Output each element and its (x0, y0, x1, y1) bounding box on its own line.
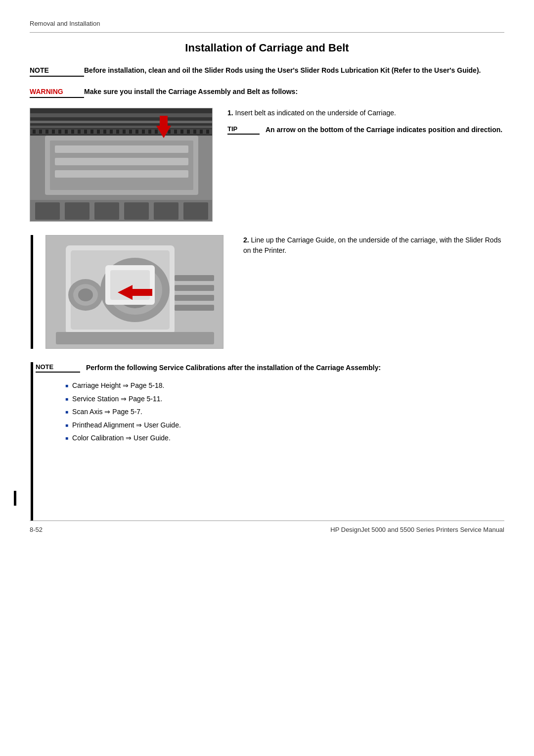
svg-rect-9 (52, 130, 55, 134)
svg-rect-17 (103, 130, 106, 134)
image2 (45, 235, 223, 349)
svg-rect-38 (55, 170, 188, 178)
svg-rect-42 (35, 202, 60, 220)
svg-point-58 (78, 288, 93, 301)
svg-rect-10 (58, 130, 61, 134)
svg-rect-24 (148, 130, 151, 134)
svg-rect-7 (39, 130, 42, 134)
left-bars-container (30, 362, 34, 520)
note-label-1: NOTE (30, 66, 84, 77)
note2-label: NOTE (36, 363, 80, 373)
page-title: Installation of Carriage and Belt (30, 42, 504, 54)
bullet-item-2: Service Station ⇒ Page 5-11. (65, 393, 504, 404)
section-step1: 1. Insert belt as indicated on the under… (30, 108, 504, 223)
svg-rect-37 (55, 158, 188, 165)
warning-block: WARNING Make sure you install the Carria… (30, 87, 504, 98)
bottom-section: NOTE Perform the following Service Calib… (30, 362, 504, 520)
footer: 8-52 HP DesignJet 5000 and 5500 Series P… (30, 526, 504, 533)
svg-rect-5 (30, 129, 213, 134)
svg-rect-18 (110, 130, 113, 134)
svg-rect-4 (30, 126, 213, 128)
left-bar-3 (14, 491, 16, 506)
note-block-1: NOTE Before installation, clean and oil … (30, 65, 504, 77)
svg-rect-62 (133, 289, 152, 296)
svg-rect-45 (124, 202, 149, 220)
svg-rect-31 (193, 130, 196, 134)
svg-rect-3 (30, 121, 213, 123)
left-bar-1 (31, 235, 33, 349)
image2-container (45, 235, 223, 349)
svg-rect-21 (129, 130, 132, 134)
image-col-1 (30, 108, 218, 223)
step1-content: 1. Insert belt as indicated on the under… (227, 108, 504, 223)
bullet-item-5: Color Calibration ⇒ User Guide. (65, 432, 504, 443)
svg-rect-20 (123, 130, 126, 134)
tip-content: An arrow on the bottom of the Carriage i… (266, 124, 504, 135)
breadcrumb: Removal and Installation (30, 20, 504, 27)
footer-rule (30, 520, 504, 521)
footer-page-num: 8-52 (30, 526, 43, 533)
warning-label: WARNING (30, 88, 84, 98)
svg-rect-29 (180, 130, 183, 134)
top-rule (30, 32, 504, 33)
svg-rect-6 (33, 130, 36, 134)
step2-num: 2. (243, 236, 249, 244)
svg-rect-65 (175, 295, 214, 301)
step1-num: 1. (227, 109, 233, 117)
svg-rect-11 (65, 130, 68, 134)
image1-container (30, 108, 213, 222)
note2-content: Perform the following Service Calibratio… (86, 362, 504, 373)
svg-rect-33 (206, 130, 209, 134)
page: Removal and Installation Installation of… (0, 0, 534, 756)
calibration-list: Carriage Height ⇒ Page 5-18. Service Sta… (65, 380, 504, 443)
bullet-item-4: Printhead Alignment ⇒ User Guide. (65, 420, 504, 430)
svg-rect-66 (175, 305, 214, 311)
section-step2: 2. Line up the Carriage Guide, on the un… (30, 235, 504, 350)
svg-rect-16 (97, 130, 100, 134)
svg-rect-25 (155, 130, 158, 134)
note2-block: NOTE Perform the following Service Calib… (36, 362, 504, 373)
note-content-1: Before installation, clean and oil the S… (84, 65, 504, 76)
step2-content: 2. Line up the Carriage Guide, on the un… (243, 235, 504, 261)
left-bar-2 (31, 362, 33, 520)
svg-rect-23 (142, 130, 145, 134)
svg-rect-22 (135, 130, 138, 134)
svg-rect-47 (183, 202, 208, 220)
tip-block: TIP An arrow on the bottom of the Carria… (227, 124, 504, 135)
svg-rect-14 (84, 130, 87, 134)
svg-rect-28 (174, 130, 177, 134)
tip-label: TIP (227, 125, 260, 135)
svg-rect-8 (45, 130, 48, 134)
bullet-item-1: Carriage Height ⇒ Page 5-18. (65, 380, 504, 391)
svg-rect-15 (90, 130, 93, 134)
svg-rect-12 (71, 130, 74, 134)
svg-rect-40 (160, 116, 168, 127)
footer-manual-name: HP DesignJet 5000 and 5500 Series Printe… (330, 526, 504, 533)
svg-rect-13 (78, 130, 81, 134)
svg-rect-67 (56, 332, 214, 344)
step2-text: 2. Line up the Carriage Guide, on the un… (243, 235, 504, 256)
svg-rect-2 (30, 113, 213, 117)
image1 (30, 108, 213, 222)
svg-rect-63 (175, 275, 214, 281)
svg-rect-43 (65, 202, 89, 220)
svg-rect-46 (154, 202, 178, 220)
svg-rect-19 (116, 130, 119, 134)
svg-rect-64 (175, 285, 214, 291)
image-col-2 (45, 235, 233, 350)
svg-rect-36 (55, 145, 188, 153)
bottom-right-content: NOTE Perform the following Service Calib… (36, 362, 504, 520)
svg-rect-32 (200, 130, 203, 134)
svg-rect-30 (187, 130, 190, 134)
bullet-item-3: Scan Axis ⇒ Page 5-7. (65, 406, 504, 417)
step1-text: 1. Insert belt as indicated on the under… (227, 108, 504, 118)
svg-rect-44 (94, 202, 119, 220)
warning-content: Make sure you install the Carriage Assem… (84, 87, 504, 97)
